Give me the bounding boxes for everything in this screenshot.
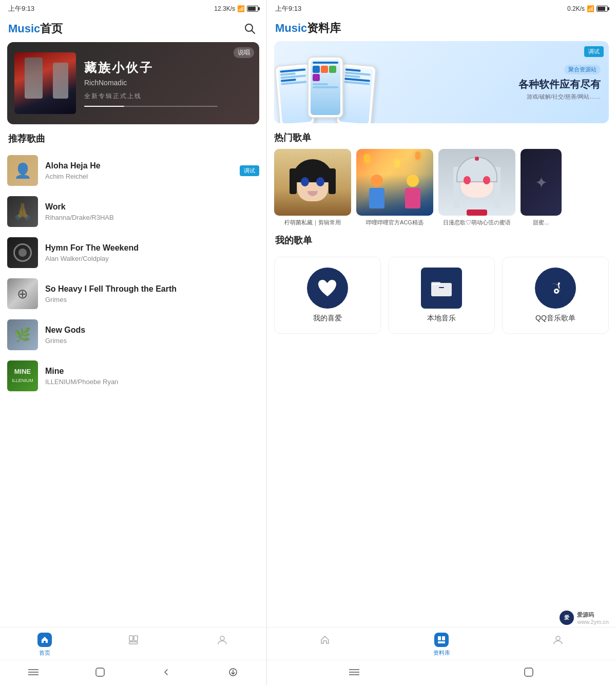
sys-nav-right <box>267 660 616 685</box>
right-panel: 上午9:13 0.2K/s 📶 Music资料库 <box>267 0 616 685</box>
banner-progress-fill <box>84 106 124 107</box>
song-item-mine[interactable]: MINEILLENIUM Mine ILLENIUM/Phoebe Ryan <box>0 355 266 396</box>
status-bar-left: 上午9:13 12.3K/s 📶 <box>0 0 266 17</box>
banner-info: 藏族小伙子 RichNomadic 全新专辑正式上线 <box>76 60 259 107</box>
song-artist-work: Rihanna/Drake/R3HAB <box>45 214 259 221</box>
song-item-aloha[interactable]: 👤 Aloha Heja He Achim Reichel 调试 <box>0 150 266 191</box>
playlist-label-3: 日漫恋歌♡萌动心弦の蜜语 <box>438 219 515 226</box>
my-playlist-qq[interactable]: QQ音乐歌单 <box>502 257 609 334</box>
song-info-hymn: Hymn For The Weekend Alan Walker/Coldpla… <box>38 243 259 262</box>
trial-badge-aloha[interactable]: 调试 <box>240 165 259 176</box>
watermark-text: 爱源码 www.2ym.cn <box>577 611 609 625</box>
qq-music-icon <box>535 268 576 309</box>
playlist-thumb-1 <box>274 149 351 216</box>
song-title-hymn: Hymn For The Weekend <box>45 243 259 253</box>
playlist-thumb-4: ✦ <box>521 149 562 216</box>
header-right: Music资料库 <box>267 17 616 41</box>
playlist-label-1: 柠萌菌私藏｜剪辑常用 <box>274 219 351 226</box>
r-title-prefix: Music <box>275 22 307 34</box>
svg-line-1 <box>252 31 255 34</box>
ad-phones-display <box>279 62 364 123</box>
my-playlist-local[interactable]: 本地音乐 <box>388 257 495 334</box>
trial-badge-right[interactable]: 调试 <box>584 46 604 57</box>
banner-progress-bar <box>84 106 218 107</box>
song-item-heavy[interactable]: ⊕ So Heavy I Fell Through the Earth Grim… <box>0 273 266 314</box>
ad-text-block: 聚合资源站 各种软件应有尽有 游戏/破解/社交/慈善/网站…… <box>518 64 601 101</box>
svg-rect-9 <box>96 668 104 676</box>
home-icon <box>37 633 52 647</box>
bottom-nav-right: 资料库 <box>267 627 616 660</box>
playlist-card-1[interactable]: 柠萌菌私藏｜剪辑常用 <box>274 149 351 226</box>
back-button-left[interactable] <box>160 665 173 679</box>
nav-library-left[interactable] <box>89 633 178 657</box>
sys-nav-left <box>0 660 266 685</box>
playlist-label-2: 哔哩哔哩官方ACG精选 <box>356 219 433 226</box>
watermark-logo: 爱 <box>560 611 574 625</box>
song-info-work: Work Rihanna/Drake/R3HAB <box>38 202 259 221</box>
nav-home-label: 首页 <box>39 649 50 657</box>
search-button[interactable] <box>242 21 258 37</box>
home-button-left[interactable] <box>93 665 107 679</box>
banner-artist: RichNomadic <box>84 79 251 87</box>
title-suffix-left: 首页 <box>40 22 63 35</box>
r-title-suffix: 资料库 <box>307 22 341 34</box>
header-left: Music首页 <box>0 17 266 42</box>
nav-profile-left[interactable] <box>178 633 266 657</box>
menu-button-left[interactable] <box>27 665 40 679</box>
home-icon-right <box>318 633 332 647</box>
download-button-left[interactable] <box>226 665 240 679</box>
my-playlist-favorites[interactable]: 我的喜爱 <box>274 257 381 334</box>
song-info-gods: New Gods Grimes <box>38 326 259 345</box>
profile-icon-left <box>215 633 229 647</box>
nav-library-right[interactable]: 资料库 <box>383 633 500 657</box>
banner-subtitle: 全新专辑正式上线 <box>84 92 251 101</box>
song-title-work: Work <box>45 202 259 212</box>
svg-rect-12 <box>431 282 440 285</box>
song-item-hymn[interactable]: Hymn For The Weekend Alan Walker/Coldpla… <box>0 232 266 273</box>
nav-home-right[interactable] <box>267 633 383 657</box>
playlist-card-4[interactable]: ✦ 甜蜜... <box>521 149 562 226</box>
nav-profile-right[interactable] <box>499 633 616 657</box>
my-playlist-qq-label: QQ音乐歌单 <box>535 314 575 323</box>
my-playlist-row: 我的喜爱 本地音乐 <box>267 252 616 339</box>
song-title-aloha: Aloha Heja He <box>45 161 240 170</box>
playlist-card-3[interactable]: 日漫恋歌♡萌动心弦の蜜语 <box>438 149 515 226</box>
spacer <box>267 339 616 608</box>
song-list: 👤 Aloha Heja He Achim Reichel 调试 🙏 Work … <box>0 150 266 627</box>
song-art-work: 🙏 <box>7 196 38 227</box>
my-playlist-local-label: 本地音乐 <box>427 314 456 323</box>
library-icon-left <box>126 633 141 647</box>
watermark: 爱 爱源码 www.2ym.cn <box>267 608 616 627</box>
hot-playlists-title: 热门歌单 <box>274 123 311 149</box>
song-info-aloha: Aloha Heja He Achim Reichel <box>38 161 240 180</box>
song-title-heavy: So Heavy I Fell Through the Earth <box>45 284 259 294</box>
time-right: 上午9:13 <box>275 4 301 13</box>
page-title-left: Music首页 <box>8 21 63 36</box>
ad-banner[interactable]: 聚合资源站 各种软件应有尽有 游戏/破解/社交/慈善/网站…… 调试 <box>274 41 609 123</box>
song-info-heavy: So Heavy I Fell Through the Earth Grimes <box>38 284 259 303</box>
svg-point-22 <box>556 636 560 640</box>
song-item-work[interactable]: 🙏 Work Rihanna/Drake/R3HAB <box>0 191 266 232</box>
svg-rect-20 <box>442 636 445 640</box>
svg-rect-21 <box>438 641 445 643</box>
menu-button-right[interactable] <box>348 665 361 679</box>
status-right-left: 12.3K/s 📶 <box>214 5 258 12</box>
playlist-card-2[interactable]: 哔哩哔哩官方ACG精选 <box>356 149 433 226</box>
song-artist-aloha: Achim Reichel <box>45 173 240 180</box>
song-item-gods[interactable]: 🌿 New Gods Grimes <box>0 314 266 355</box>
banner-tag: 说唱 <box>234 47 254 58</box>
svg-point-16 <box>555 290 557 292</box>
signal-icon: 📶 <box>237 5 245 12</box>
ad-main-text: 各种软件应有尽有 <box>518 78 601 91</box>
svg-rect-2 <box>129 636 133 641</box>
svg-point-18 <box>558 282 560 284</box>
status-right-right: 0.2K/s 📶 <box>567 5 608 12</box>
network-speed-right: 0.2K/s <box>567 5 585 12</box>
banner-card[interactable]: 藏族小伙子 RichNomadic 全新专辑正式上线 说唱 <box>7 42 259 124</box>
left-panel: 上午9:13 12.3K/s 📶 Music首页 <box>0 0 267 685</box>
local-music-icon <box>421 268 462 309</box>
hot-playlist-row: 柠萌菌私藏｜剪辑常用 哔哩哔哩官方ACG精 <box>267 149 616 226</box>
nav-home[interactable]: 首页 <box>0 633 89 657</box>
song-artist-hymn: Alan Walker/Coldplay <box>45 255 259 262</box>
home-button-right[interactable] <box>522 665 535 679</box>
